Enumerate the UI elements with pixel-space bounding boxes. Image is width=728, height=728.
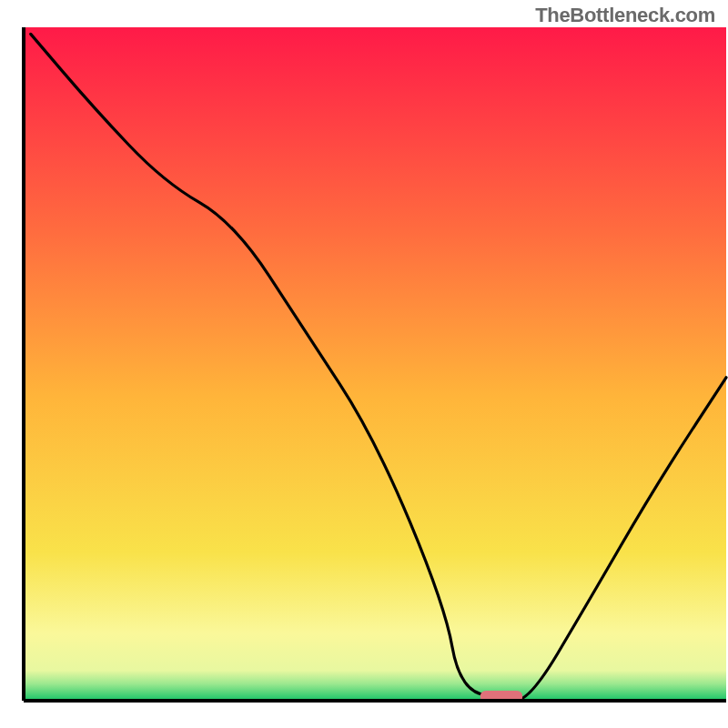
plot-background [24,27,726,701]
chart-svg [0,0,728,728]
chart-container: TheBottleneck.com [0,0,728,728]
watermark-text: TheBottleneck.com [535,4,715,27]
